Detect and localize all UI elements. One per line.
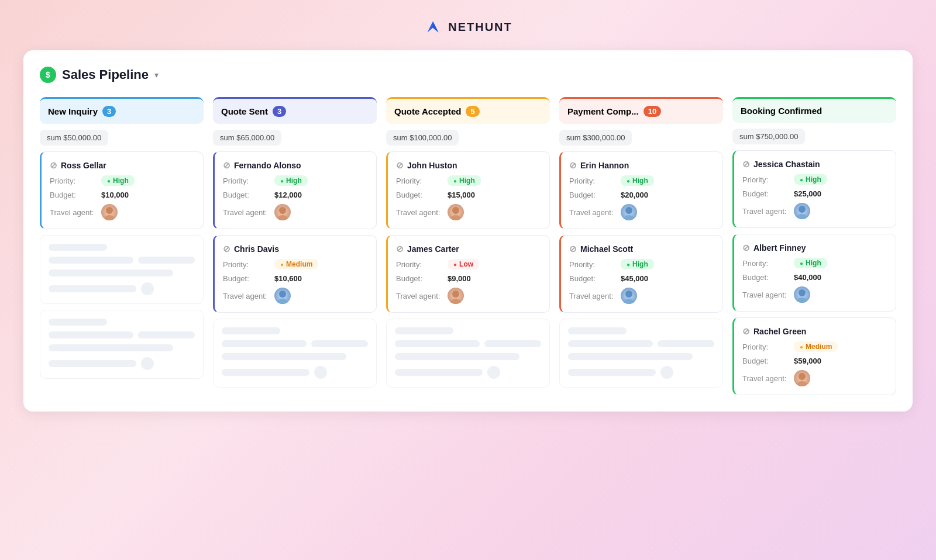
column-count-new-inquiry: 3 — [102, 106, 116, 117]
svg-point-4 — [279, 207, 286, 214]
column-header-left: Booking Confirmed — [741, 106, 822, 116]
avatar — [621, 204, 637, 220]
card-michael-scott[interactable]: ⊘ Michael Scott Priority: ● High Budget:… — [559, 235, 723, 313]
column-label-quote-accepted: Quote Accepted — [394, 106, 461, 116]
card-name: ⊘ John Huston — [396, 160, 541, 171]
column-header-booking-confirmed: Booking Confirmed — [732, 97, 896, 123]
check-icon: ⊘ — [569, 160, 577, 171]
svg-point-20 — [799, 373, 806, 380]
card-priority-row: Priority: ● High — [569, 175, 714, 186]
card-name: ⊘ Fernando Alonso — [223, 160, 368, 171]
card-budget-row: Budget: $20,000 — [569, 191, 714, 199]
card-budget-row: Budget: $12,000 — [223, 191, 368, 199]
board-title-row: $ Sales Pipeline ▾ — [40, 67, 896, 83]
column-sum-quote-sent: sum $65,000.00 — [213, 130, 377, 146]
card-agent-row: Travel agent: — [742, 203, 887, 219]
card-priority-row: Priority: ● Medium — [223, 259, 368, 269]
card-albert-finney[interactable]: ⊘ Albert Finney Priority: ● High Budget:… — [732, 234, 896, 312]
logo-text: NetHunt — [448, 20, 512, 34]
card-name: ⊘ Rachel Green — [742, 326, 887, 337]
priority-badge-medium: ● Medium — [274, 259, 318, 269]
column-label-booking-confirmed: Booking Confirmed — [741, 106, 822, 116]
card-agent-row: Travel agent: — [569, 204, 714, 220]
card-agent-row: Travel agent: — [223, 204, 368, 220]
card-john-huston[interactable]: ⊘ John Huston Priority: ● High Budget: $… — [386, 151, 550, 229]
card-agent-row: Travel agent: — [50, 204, 195, 220]
card-agent-row: Travel agent: — [742, 370, 887, 386]
svg-point-18 — [799, 289, 806, 296]
svg-point-7 — [277, 299, 288, 304]
svg-point-17 — [797, 214, 807, 219]
card-chris-davis[interactable]: ⊘ Chris Davis Priority: ● Medium Budget:… — [213, 235, 377, 313]
card-priority-row: Priority: ● Medium — [742, 341, 887, 352]
column-label-new-inquiry: New Inquiry — [48, 106, 98, 116]
column-label-quote-sent: Quote Sent — [221, 106, 268, 116]
card-name: ⊘ Albert Finney — [742, 243, 887, 253]
avatar — [794, 203, 810, 219]
logo-icon — [424, 18, 442, 36]
priority-dot: ● — [453, 261, 457, 268]
card-priority-row: Priority: ● High — [742, 174, 887, 185]
skeleton-card-4 — [386, 319, 550, 388]
card-ross-gellar[interactable]: ⊘ Ross Gellar Priority: ● High Budget: $… — [40, 151, 204, 229]
column-payment-comp: Payment Comp... 10 sum $300,000.00 ⊘ Eri… — [559, 97, 723, 395]
card-agent-row: Travel agent: — [396, 288, 541, 304]
check-icon: ⊘ — [223, 160, 230, 171]
svg-point-6 — [279, 291, 286, 298]
svg-point-11 — [450, 299, 461, 304]
priority-dot: ● — [280, 178, 284, 184]
svg-point-5 — [277, 215, 288, 220]
check-icon: ⊘ — [742, 159, 750, 170]
svg-point-16 — [799, 206, 806, 213]
column-count-quote-accepted: 5 — [466, 106, 479, 117]
priority-badge-high: ● High — [101, 175, 135, 186]
card-agent-row: Travel agent: — [569, 288, 714, 304]
board-title: Sales Pipeline — [62, 67, 149, 82]
card-budget-row: Budget: $40,000 — [742, 273, 887, 282]
avatar — [448, 204, 464, 220]
card-agent-row: Travel agent: — [742, 286, 887, 303]
check-icon: ⊘ — [742, 326, 750, 337]
priority-dot: ● — [627, 261, 630, 268]
svg-marker-1 — [433, 21, 439, 32]
column-label-payment-comp: Payment Comp... — [567, 106, 639, 116]
card-rachel-green[interactable]: ⊘ Rachel Green Priority: ● Medium Budget… — [732, 317, 896, 395]
priority-badge-high: ● High — [448, 175, 481, 186]
card-budget-row: Budget: $59,000 — [742, 357, 887, 365]
column-sum-booking-confirmed: sum $750,000.00 — [732, 129, 896, 144]
svg-point-15 — [624, 299, 634, 304]
column-count-quote-sent: 3 — [273, 106, 286, 117]
column-new-inquiry: New Inquiry 3 sum $50,000.00 ⊘ Ross Gell… — [40, 97, 204, 395]
avatar — [448, 288, 464, 304]
card-budget-row: Budget: $9,000 — [396, 274, 541, 283]
priority-dot: ● — [800, 344, 803, 350]
avatar — [621, 288, 637, 304]
column-header-left: New Inquiry 3 — [48, 106, 116, 117]
column-header-quote-sent: Quote Sent 3 — [213, 97, 377, 124]
priority-dot: ● — [627, 178, 630, 184]
card-erin-hannon[interactable]: ⊘ Erin Hannon Priority: ● High Budget: $… — [559, 151, 723, 229]
priority-badge-high: ● High — [621, 259, 654, 269]
card-name: ⊘ Chris Davis — [223, 244, 368, 254]
column-header-quote-accepted: Quote Accepted 5 — [386, 97, 550, 124]
check-icon: ⊘ — [223, 244, 230, 254]
card-jessica-chastain[interactable]: ⊘ Jessica Chastain Priority: ● High Budg… — [732, 150, 896, 228]
nethunt-logo: NetHunt — [424, 18, 512, 36]
card-budget-row: Budget: $15,000 — [396, 191, 541, 199]
priority-dot: ● — [280, 261, 284, 268]
skeleton-card-2 — [40, 310, 204, 379]
svg-point-9 — [450, 215, 461, 220]
board-title-chevron-icon[interactable]: ▾ — [154, 70, 159, 79]
card-agent-row: Travel agent: — [223, 288, 368, 304]
priority-badge-high: ● High — [794, 174, 827, 185]
check-icon: ⊘ — [396, 244, 404, 254]
column-header-new-inquiry: New Inquiry 3 — [40, 97, 204, 124]
card-james-carter[interactable]: ⊘ James Carter Priority: ● Low Budget: $… — [386, 235, 550, 313]
column-sum-quote-accepted: sum $100,000.00 — [386, 130, 550, 146]
priority-dot: ● — [800, 260, 803, 267]
check-icon: ⊘ — [396, 160, 404, 171]
svg-point-19 — [797, 298, 807, 303]
card-fernando-alonso[interactable]: ⊘ Fernando Alonso Priority: ● High Budge… — [213, 151, 377, 229]
board-title-icon: $ — [40, 67, 56, 83]
priority-badge-medium: ● Medium — [794, 341, 838, 352]
